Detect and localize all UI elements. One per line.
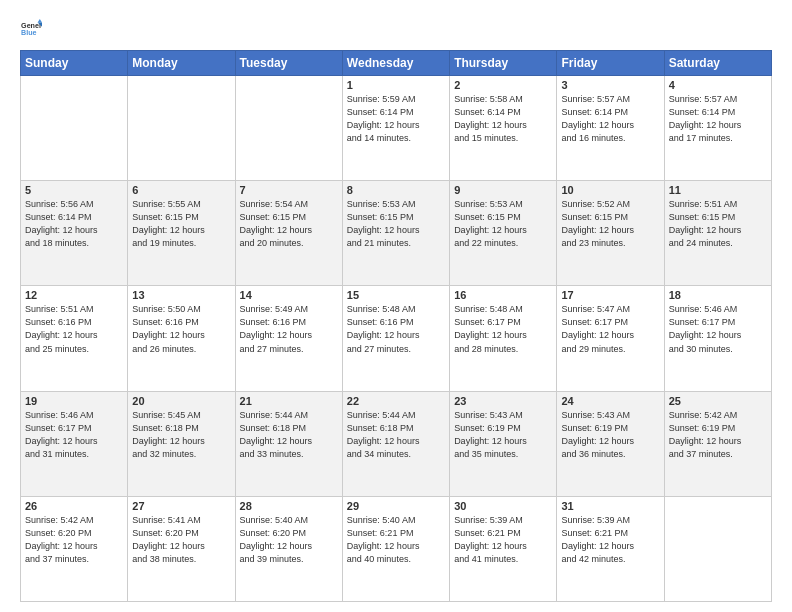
day-number: 10 (561, 184, 659, 196)
week-row-4: 19Sunrise: 5:46 AM Sunset: 6:17 PM Dayli… (21, 391, 772, 496)
day-info: Sunrise: 5:57 AM Sunset: 6:14 PM Dayligh… (561, 93, 659, 145)
day-number: 20 (132, 395, 230, 407)
day-info: Sunrise: 5:43 AM Sunset: 6:19 PM Dayligh… (454, 409, 552, 461)
calendar-cell: 4Sunrise: 5:57 AM Sunset: 6:14 PM Daylig… (664, 76, 771, 181)
day-number: 7 (240, 184, 338, 196)
day-info: Sunrise: 5:39 AM Sunset: 6:21 PM Dayligh… (561, 514, 659, 566)
day-info: Sunrise: 5:52 AM Sunset: 6:15 PM Dayligh… (561, 198, 659, 250)
day-number: 9 (454, 184, 552, 196)
calendar-cell: 9Sunrise: 5:53 AM Sunset: 6:15 PM Daylig… (450, 181, 557, 286)
day-info: Sunrise: 5:41 AM Sunset: 6:20 PM Dayligh… (132, 514, 230, 566)
day-number: 2 (454, 79, 552, 91)
day-info: Sunrise: 5:53 AM Sunset: 6:15 PM Dayligh… (347, 198, 445, 250)
day-number: 21 (240, 395, 338, 407)
column-header-thursday: Thursday (450, 51, 557, 76)
day-number: 5 (25, 184, 123, 196)
calendar-cell: 31Sunrise: 5:39 AM Sunset: 6:21 PM Dayli… (557, 496, 664, 601)
day-info: Sunrise: 5:49 AM Sunset: 6:16 PM Dayligh… (240, 303, 338, 355)
day-info: Sunrise: 5:55 AM Sunset: 6:15 PM Dayligh… (132, 198, 230, 250)
calendar-cell: 20Sunrise: 5:45 AM Sunset: 6:18 PM Dayli… (128, 391, 235, 496)
page: General Blue SundayMondayTuesdayWednesda… (0, 0, 792, 612)
day-info: Sunrise: 5:45 AM Sunset: 6:18 PM Dayligh… (132, 409, 230, 461)
day-number: 27 (132, 500, 230, 512)
day-number: 23 (454, 395, 552, 407)
day-number: 16 (454, 289, 552, 301)
day-info: Sunrise: 5:48 AM Sunset: 6:16 PM Dayligh… (347, 303, 445, 355)
day-number: 3 (561, 79, 659, 91)
day-info: Sunrise: 5:56 AM Sunset: 6:14 PM Dayligh… (25, 198, 123, 250)
calendar-cell: 26Sunrise: 5:42 AM Sunset: 6:20 PM Dayli… (21, 496, 128, 601)
calendar-cell: 8Sunrise: 5:53 AM Sunset: 6:15 PM Daylig… (342, 181, 449, 286)
header: General Blue (20, 18, 772, 40)
day-number: 12 (25, 289, 123, 301)
day-number: 6 (132, 184, 230, 196)
calendar-cell: 1Sunrise: 5:59 AM Sunset: 6:14 PM Daylig… (342, 76, 449, 181)
day-info: Sunrise: 5:57 AM Sunset: 6:14 PM Dayligh… (669, 93, 767, 145)
calendar-cell: 5Sunrise: 5:56 AM Sunset: 6:14 PM Daylig… (21, 181, 128, 286)
logo: General Blue (20, 18, 42, 40)
day-info: Sunrise: 5:58 AM Sunset: 6:14 PM Dayligh… (454, 93, 552, 145)
calendar-cell: 30Sunrise: 5:39 AM Sunset: 6:21 PM Dayli… (450, 496, 557, 601)
day-info: Sunrise: 5:40 AM Sunset: 6:20 PM Dayligh… (240, 514, 338, 566)
day-number: 26 (25, 500, 123, 512)
calendar-cell: 27Sunrise: 5:41 AM Sunset: 6:20 PM Dayli… (128, 496, 235, 601)
day-info: Sunrise: 5:53 AM Sunset: 6:15 PM Dayligh… (454, 198, 552, 250)
calendar-cell: 18Sunrise: 5:46 AM Sunset: 6:17 PM Dayli… (664, 286, 771, 391)
calendar-cell: 22Sunrise: 5:44 AM Sunset: 6:18 PM Dayli… (342, 391, 449, 496)
calendar-cell: 28Sunrise: 5:40 AM Sunset: 6:20 PM Dayli… (235, 496, 342, 601)
column-header-tuesday: Tuesday (235, 51, 342, 76)
week-row-2: 5Sunrise: 5:56 AM Sunset: 6:14 PM Daylig… (21, 181, 772, 286)
day-number: 31 (561, 500, 659, 512)
day-info: Sunrise: 5:39 AM Sunset: 6:21 PM Dayligh… (454, 514, 552, 566)
day-number: 13 (132, 289, 230, 301)
day-number: 19 (25, 395, 123, 407)
column-header-monday: Monday (128, 51, 235, 76)
week-row-1: 1Sunrise: 5:59 AM Sunset: 6:14 PM Daylig… (21, 76, 772, 181)
day-number: 15 (347, 289, 445, 301)
calendar-cell: 24Sunrise: 5:43 AM Sunset: 6:19 PM Dayli… (557, 391, 664, 496)
calendar-cell: 29Sunrise: 5:40 AM Sunset: 6:21 PM Dayli… (342, 496, 449, 601)
column-header-sunday: Sunday (21, 51, 128, 76)
calendar-cell: 15Sunrise: 5:48 AM Sunset: 6:16 PM Dayli… (342, 286, 449, 391)
day-number: 11 (669, 184, 767, 196)
calendar-cell: 17Sunrise: 5:47 AM Sunset: 6:17 PM Dayli… (557, 286, 664, 391)
week-row-3: 12Sunrise: 5:51 AM Sunset: 6:16 PM Dayli… (21, 286, 772, 391)
calendar-cell: 25Sunrise: 5:42 AM Sunset: 6:19 PM Dayli… (664, 391, 771, 496)
svg-text:Blue: Blue (21, 29, 37, 37)
calendar-cell: 23Sunrise: 5:43 AM Sunset: 6:19 PM Dayli… (450, 391, 557, 496)
calendar-cell (21, 76, 128, 181)
day-number: 28 (240, 500, 338, 512)
calendar-cell: 13Sunrise: 5:50 AM Sunset: 6:16 PM Dayli… (128, 286, 235, 391)
column-header-friday: Friday (557, 51, 664, 76)
day-number: 17 (561, 289, 659, 301)
calendar-cell (235, 76, 342, 181)
day-info: Sunrise: 5:59 AM Sunset: 6:14 PM Dayligh… (347, 93, 445, 145)
calendar-cell: 7Sunrise: 5:54 AM Sunset: 6:15 PM Daylig… (235, 181, 342, 286)
calendar-cell (664, 496, 771, 601)
day-number: 4 (669, 79, 767, 91)
day-info: Sunrise: 5:40 AM Sunset: 6:21 PM Dayligh… (347, 514, 445, 566)
calendar-cell (128, 76, 235, 181)
calendar-cell: 2Sunrise: 5:58 AM Sunset: 6:14 PM Daylig… (450, 76, 557, 181)
day-info: Sunrise: 5:46 AM Sunset: 6:17 PM Dayligh… (25, 409, 123, 461)
calendar-cell: 6Sunrise: 5:55 AM Sunset: 6:15 PM Daylig… (128, 181, 235, 286)
day-number: 14 (240, 289, 338, 301)
day-info: Sunrise: 5:44 AM Sunset: 6:18 PM Dayligh… (240, 409, 338, 461)
day-number: 8 (347, 184, 445, 196)
calendar-cell: 14Sunrise: 5:49 AM Sunset: 6:16 PM Dayli… (235, 286, 342, 391)
calendar-cell: 3Sunrise: 5:57 AM Sunset: 6:14 PM Daylig… (557, 76, 664, 181)
day-number: 18 (669, 289, 767, 301)
day-number: 22 (347, 395, 445, 407)
day-info: Sunrise: 5:42 AM Sunset: 6:20 PM Dayligh… (25, 514, 123, 566)
day-number: 30 (454, 500, 552, 512)
day-info: Sunrise: 5:44 AM Sunset: 6:18 PM Dayligh… (347, 409, 445, 461)
calendar-cell: 12Sunrise: 5:51 AM Sunset: 6:16 PM Dayli… (21, 286, 128, 391)
calendar-cell: 21Sunrise: 5:44 AM Sunset: 6:18 PM Dayli… (235, 391, 342, 496)
calendar-cell: 10Sunrise: 5:52 AM Sunset: 6:15 PM Dayli… (557, 181, 664, 286)
calendar-table: SundayMondayTuesdayWednesdayThursdayFrid… (20, 50, 772, 602)
calendar-cell: 16Sunrise: 5:48 AM Sunset: 6:17 PM Dayli… (450, 286, 557, 391)
calendar-cell: 19Sunrise: 5:46 AM Sunset: 6:17 PM Dayli… (21, 391, 128, 496)
column-header-saturday: Saturday (664, 51, 771, 76)
day-info: Sunrise: 5:54 AM Sunset: 6:15 PM Dayligh… (240, 198, 338, 250)
week-row-5: 26Sunrise: 5:42 AM Sunset: 6:20 PM Dayli… (21, 496, 772, 601)
